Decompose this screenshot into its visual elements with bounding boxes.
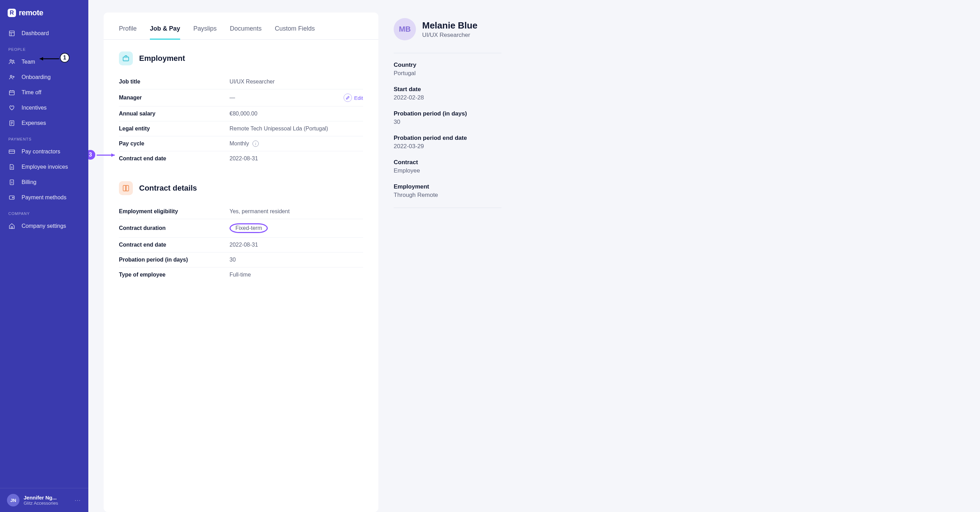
tab-payslips[interactable]: Payslips [193, 25, 216, 40]
sidebar-item-label: Dashboard [22, 30, 49, 37]
field-type-employee: Type of employee Full-time [119, 267, 363, 282]
edit-label: Edit [354, 95, 363, 101]
sidebar-item-payment-methods[interactable]: Payment methods [0, 190, 88, 205]
sidebar-item-onboarding[interactable]: Onboarding [0, 70, 88, 85]
tab-profile[interactable]: Profile [119, 25, 137, 40]
meta-label: Probation period end date [394, 135, 501, 142]
svg-text:$: $ [11, 181, 13, 184]
svg-point-4 [13, 60, 14, 62]
sidebar-item-pay-contractors[interactable]: Pay contractors [0, 144, 88, 159]
field-label: Employment eligibility [119, 208, 229, 215]
meta-label: Contract [394, 159, 501, 166]
more-icon[interactable]: ⋯ [75, 496, 81, 504]
meta-label: Start date [394, 86, 501, 93]
meta-value: Portugal [394, 70, 501, 77]
sidebar-item-billing[interactable]: $ Billing [0, 175, 88, 190]
meta-value: 30 [394, 119, 501, 126]
divider [394, 53, 501, 53]
field-value-text: Monthly [229, 140, 249, 147]
brand-name: remote [19, 8, 43, 17]
field-label: Contract duration [119, 225, 229, 231]
sidebar-item-label: Time off [22, 89, 41, 95]
svg-marker-6 [40, 57, 43, 60]
divider [394, 208, 501, 208]
annotation-badge-3: 3 [88, 150, 95, 160]
annotation-arrow-3 [95, 152, 119, 158]
field-label: Probation period (in days) [119, 257, 229, 263]
meta-probation-days: Probation period (in days) 30 [394, 110, 501, 126]
sidebar-item-team[interactable]: Team 1 [0, 54, 88, 70]
user-avatar: JN [7, 494, 19, 506]
field-label: Contract end date [119, 156, 229, 162]
field-contract-end-date-2: Contract end date 2022-08-31 [119, 238, 363, 253]
svg-rect-0 [10, 31, 14, 36]
meta-label: Probation period (in days) [394, 110, 501, 117]
field-value: Fixed-term [229, 223, 363, 233]
annotation-arrow-1 [36, 56, 63, 62]
sidebar-section-company: COMPANY [0, 205, 88, 218]
field-value: 2022-08-31 [229, 242, 363, 248]
profile-name: Melanie Blue [422, 20, 477, 31]
svg-rect-18 [9, 150, 14, 153]
user-name: Jennifer Ng... [24, 495, 70, 501]
tab-custom-fields[interactable]: Custom Fields [275, 25, 315, 40]
field-value: — Edit [229, 94, 363, 102]
tab-documents[interactable]: Documents [230, 25, 261, 40]
wallet-icon [8, 194, 15, 201]
content-card: Profile Job & Pay Payslips Documents Cus… [103, 13, 379, 512]
tab-job-pay[interactable]: Job & Pay [150, 25, 180, 40]
field-value: Yes, permanent resident [229, 208, 363, 215]
section-header: Contract details [119, 181, 363, 195]
field-value-text: — [229, 95, 235, 101]
calendar-icon [8, 89, 15, 96]
brand-logo[interactable]: R remote [0, 0, 88, 26]
field-contract-duration: Contract duration Fixed-term [119, 219, 363, 238]
field-label: Annual salary [119, 111, 229, 117]
sidebar-item-timeoff[interactable]: Time off [0, 85, 88, 100]
field-pay-cycle: Pay cycle Monthly i [119, 136, 363, 151]
svg-rect-27 [123, 57, 129, 61]
sidebar-item-expenses[interactable]: Expenses [0, 116, 88, 131]
profile-side-panel: MB Melanie Blue UI/UX Researcher Country… [394, 13, 501, 512]
sidebar-item-label: Incentives [22, 105, 46, 111]
sidebar-item-label: Payment methods [22, 194, 67, 201]
sidebar-item-company-settings[interactable]: Company settings [0, 218, 88, 234]
onboarding-icon [8, 74, 15, 81]
meta-probation-end: Probation period end date 2022-03-29 [394, 135, 501, 150]
info-icon[interactable]: i [253, 140, 259, 147]
sidebar-user[interactable]: JN Jennifer Ng... Glitz Accessories ⋯ [0, 488, 88, 512]
sidebar-item-label: Billing [22, 179, 37, 185]
meta-employment: Employment Through Remote [394, 183, 501, 199]
sidebar-item-employee-invoices[interactable]: Employee invoices [0, 159, 88, 175]
field-value-text: Fixed-term [235, 225, 262, 231]
field-value: 2022-08-31 [229, 156, 363, 162]
field-label: Job title [119, 79, 229, 85]
section-title: Contract details [139, 184, 197, 193]
section-header: Employment [119, 51, 363, 65]
meta-value: 2022-03-29 [394, 143, 501, 150]
card-icon [8, 148, 15, 155]
field-value: 30 [229, 257, 363, 263]
field-label: Legal entity [119, 126, 229, 132]
field-manager: Manager — Edit [119, 89, 363, 107]
highlight-oval: Fixed-term [229, 223, 268, 233]
sidebar-item-label: Pay contractors [22, 148, 60, 155]
field-value: Monthly i [229, 140, 363, 147]
svg-rect-26 [11, 227, 13, 229]
field-annual-salary: Annual salary €80,000.00 [119, 107, 363, 121]
sidebar-nav: Dashboard PEOPLE Team 1 Onboarding Time … [0, 26, 88, 488]
sidebar-item-dashboard[interactable]: Dashboard [0, 26, 88, 41]
profile-avatar: MB [394, 18, 416, 40]
heart-icon [8, 104, 15, 111]
sidebar: R remote Dashboard PEOPLE Team 1 Onboard… [0, 0, 88, 512]
field-label: Pay cycle [119, 140, 229, 147]
receipt-icon [8, 120, 15, 127]
svg-point-3 [10, 60, 12, 62]
sidebar-item-label: Onboarding [22, 74, 51, 80]
meta-value: Employee [394, 167, 501, 174]
field-employment-eligibility: Employment eligibility Yes, permanent re… [119, 204, 363, 219]
profile-role: UI/UX Researcher [422, 32, 477, 38]
dashboard-icon [8, 30, 15, 37]
sidebar-item-incentives[interactable]: Incentives [0, 100, 88, 116]
edit-button[interactable]: Edit [344, 94, 363, 102]
